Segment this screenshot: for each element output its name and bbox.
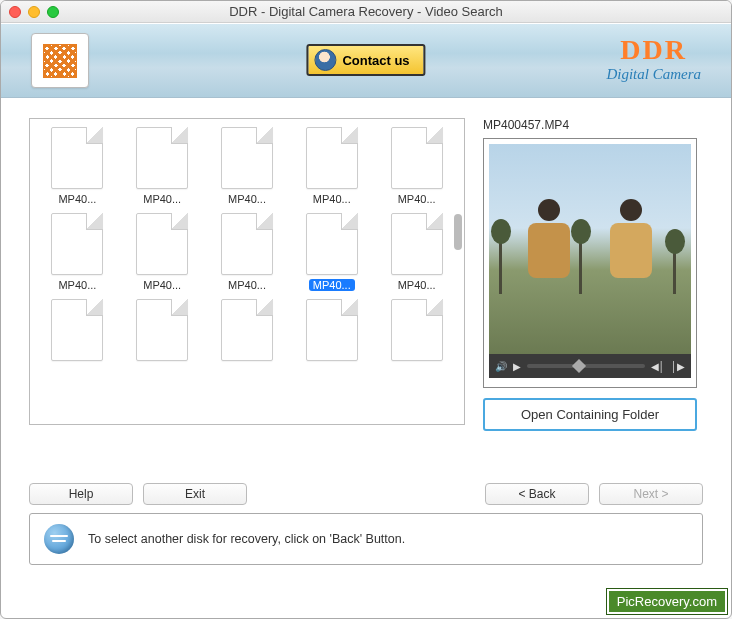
window-title: DDR - Digital Camera Recovery - Video Se… xyxy=(1,4,731,19)
file-item[interactable]: MP40... xyxy=(36,125,119,207)
file-list-pane: MP40...MP40...MP40...MP40...MP40...MP40.… xyxy=(29,118,465,425)
file-item[interactable] xyxy=(206,297,289,367)
next-button: Next > xyxy=(599,483,703,505)
contact-us-button[interactable]: Contact us xyxy=(306,44,425,76)
seek-thumb[interactable] xyxy=(572,359,586,373)
document-icon xyxy=(391,127,443,189)
file-grid: MP40...MP40...MP40...MP40...MP40...MP40.… xyxy=(30,119,464,373)
file-item[interactable]: MP40... xyxy=(290,125,373,207)
file-item[interactable]: MP40... xyxy=(121,211,204,293)
document-icon xyxy=(221,127,273,189)
file-item[interactable] xyxy=(375,297,458,367)
tree-icon xyxy=(673,244,676,294)
hint-text: To select another disk for recovery, cli… xyxy=(88,532,405,546)
preview-filename: MP400457.MP4 xyxy=(483,118,703,132)
brand-subtitle: Digital Camera xyxy=(606,66,701,83)
file-item[interactable] xyxy=(36,297,119,367)
file-label: MP40... xyxy=(394,193,440,205)
document-icon xyxy=(51,299,103,361)
file-label: MP40... xyxy=(224,193,270,205)
person-figure xyxy=(606,199,656,289)
file-label: MP40... xyxy=(224,279,270,291)
file-label: MP40... xyxy=(139,279,185,291)
open-containing-folder-button[interactable]: Open Containing Folder xyxy=(483,398,697,431)
file-label: MP40... xyxy=(309,193,355,205)
file-label: MP40... xyxy=(139,193,185,205)
preview-pane: MP400457.MP4 🔊 ▶ ◀│ │▶ Open Containin xyxy=(483,118,703,425)
exit-button[interactable]: Exit xyxy=(143,483,247,505)
video-thumbnail xyxy=(489,144,691,354)
nav-button-row: Help Exit < Back Next > xyxy=(1,483,731,505)
brand-name: DDR xyxy=(606,34,701,66)
document-icon xyxy=(221,299,273,361)
titlebar: DDR - Digital Camera Recovery - Video Se… xyxy=(1,1,731,23)
file-item[interactable]: MP40... xyxy=(121,125,204,207)
scrollbar-thumb[interactable] xyxy=(454,214,462,250)
file-label: MP40... xyxy=(394,279,440,291)
file-label: MP40... xyxy=(54,279,100,291)
document-icon xyxy=(51,127,103,189)
preview-frame: 🔊 ▶ ◀│ │▶ xyxy=(483,138,697,388)
document-icon xyxy=(136,213,188,275)
file-item[interactable]: MP40... xyxy=(206,125,289,207)
header-banner: Contact us DDR Digital Camera xyxy=(1,23,731,98)
app-logo-icon xyxy=(43,44,77,78)
document-icon xyxy=(306,299,358,361)
back-button[interactable]: < Back xyxy=(485,483,589,505)
file-item[interactable] xyxy=(121,297,204,367)
file-item[interactable]: MP40... xyxy=(290,211,373,293)
file-item[interactable]: MP40... xyxy=(375,211,458,293)
file-item[interactable]: MP40... xyxy=(375,125,458,207)
tree-icon xyxy=(499,234,502,294)
video-controls: 🔊 ▶ ◀│ │▶ xyxy=(489,354,691,378)
person-figure xyxy=(524,199,574,289)
hint-panel: To select another disk for recovery, cli… xyxy=(29,513,703,565)
document-icon xyxy=(391,213,443,275)
volume-icon[interactable]: 🔊 xyxy=(495,361,507,372)
document-icon xyxy=(136,127,188,189)
brand-block: DDR Digital Camera xyxy=(606,34,701,83)
document-icon xyxy=(391,299,443,361)
file-item[interactable]: MP40... xyxy=(36,211,119,293)
content-area: MP40...MP40...MP40...MP40...MP40...MP40.… xyxy=(1,98,731,433)
app-logo xyxy=(31,33,89,88)
document-icon xyxy=(306,213,358,275)
person-icon xyxy=(314,49,336,71)
watermark: PicRecovery.com xyxy=(607,589,727,614)
document-icon xyxy=(221,213,273,275)
tree-icon xyxy=(579,234,582,294)
file-item[interactable]: MP40... xyxy=(206,211,289,293)
document-icon xyxy=(136,299,188,361)
help-button[interactable]: Help xyxy=(29,483,133,505)
document-icon xyxy=(51,213,103,275)
file-label: MP40... xyxy=(309,279,355,291)
prev-icon[interactable]: ◀│ xyxy=(651,361,665,372)
file-item[interactable] xyxy=(290,297,373,367)
contact-us-label: Contact us xyxy=(342,53,409,68)
app-window: DDR - Digital Camera Recovery - Video Se… xyxy=(0,0,732,619)
seek-track[interactable] xyxy=(527,364,645,368)
document-icon xyxy=(306,127,358,189)
next-icon[interactable]: │▶ xyxy=(671,361,685,372)
info-icon xyxy=(44,524,74,554)
play-icon[interactable]: ▶ xyxy=(513,361,521,372)
file-label: MP40... xyxy=(54,193,100,205)
